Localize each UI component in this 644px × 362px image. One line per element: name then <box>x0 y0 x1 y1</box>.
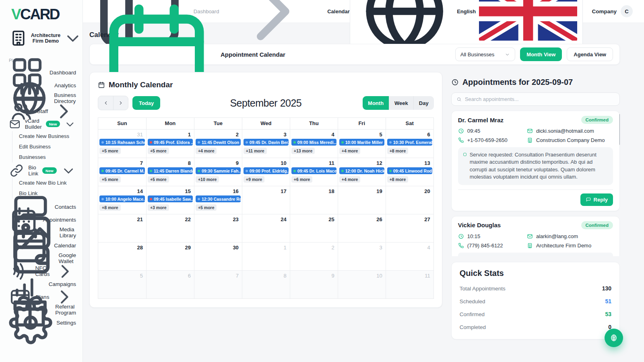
day-cell[interactable]: 610:30 Prof. Esmeral...+8 more <box>386 130 433 158</box>
event-chip[interactable]: 12:30 Cassandre Ro... <box>196 195 241 202</box>
day-cell[interactable]: 309:45 Dr. Davin Ber...+11 more <box>242 130 290 158</box>
day-cell[interactable]: 709:45 Dr. Carmel M...+5 more <box>98 158 146 186</box>
event-chip[interactable]: 10:00 Marilie Miller <box>339 139 384 146</box>
day-cell[interactable]: 3110:15 Rahsaan Schu...+5 more <box>98 130 146 158</box>
day-number: 6 <box>386 130 433 139</box>
day-cell[interactable]: 28 <box>98 243 146 270</box>
event-chip[interactable]: 11:45 Darren Blanda <box>148 167 193 174</box>
business-filter-select[interactable]: All Businesses <box>455 47 516 61</box>
view-day-button[interactable]: Day <box>413 96 434 110</box>
more-events-chip[interactable]: +5 more <box>148 148 169 154</box>
day-cell[interactable]: 26 <box>338 214 386 242</box>
sidebar-subitem-create-new-business[interactable]: Create New Business <box>19 131 83 142</box>
next-month-button[interactable] <box>113 96 128 110</box>
day-cell[interactable]: 4 <box>386 243 433 270</box>
event-chip[interactable]: 09:45 Dr. Carmel M... <box>99 167 145 174</box>
day-cell[interactable]: 19 <box>338 186 386 214</box>
brand-logo[interactable]: VCARD <box>0 6 83 23</box>
day-cell[interactable]: 1 <box>242 243 290 270</box>
day-cell[interactable]: 7 <box>194 271 242 298</box>
day-cell[interactable]: 211:45 Dewitt Olson+4 more <box>194 130 242 158</box>
day-cell[interactable]: 24 <box>242 214 290 242</box>
more-events-chip[interactable]: +5 more <box>99 148 121 154</box>
more-events-chip[interactable]: +4 more <box>339 176 361 183</box>
day-cell[interactable]: 11 <box>386 271 433 298</box>
prev-month-button[interactable] <box>98 96 113 110</box>
event-chip[interactable]: 10:30 Prof. Esmeral... <box>387 139 432 146</box>
more-events-chip[interactable]: +13 more <box>291 148 315 154</box>
event-chip[interactable]: 09:45 Dr. Davin Ber... <box>244 139 289 146</box>
event-chip[interactable]: 11:45 Dewitt Olson <box>196 139 241 146</box>
event-chip[interactable]: 10:00 Angelo Mace... <box>99 195 145 202</box>
event-chip[interactable]: 12:00 Dr. Noah Hick... <box>339 167 384 174</box>
assistant-fab[interactable] <box>605 329 623 347</box>
day-cell[interactable]: 27 <box>386 214 433 242</box>
day-cell[interactable]: 17 <box>242 186 290 214</box>
agenda-view-button[interactable]: Agenda View <box>567 47 613 61</box>
workspace-switcher[interactable]: Architecture Firm Demo <box>9 29 83 48</box>
more-events-chip[interactable]: +6 more <box>291 176 313 183</box>
day-cell[interactable]: 8 <box>242 271 290 298</box>
day-cell[interactable]: 3 <box>338 243 386 270</box>
day-cell[interactable]: 23 <box>194 214 242 242</box>
day-cell[interactable]: 20 <box>386 186 433 214</box>
day-cell[interactable]: 811:45 Darren Blanda+5 more <box>146 158 194 186</box>
sidebar-item-settings[interactable]: Settings <box>0 316 83 329</box>
view-month-button[interactable]: Month <box>363 96 389 110</box>
scrollbar-thumb[interactable] <box>619 114 620 145</box>
day-cell[interactable]: 25 <box>290 214 338 242</box>
more-events-chip[interactable]: +4 more <box>196 148 217 154</box>
event-chip[interactable]: 09:45 Isabelle Saw... <box>148 195 193 202</box>
day-cell[interactable]: 1509:45 Isabelle Saw...+3 more <box>146 186 194 214</box>
day-cell[interactable]: 10 <box>338 271 386 298</box>
today-button[interactable]: Today <box>132 96 160 110</box>
search-input[interactable] <box>465 96 615 102</box>
day-cell[interactable]: 109:45 Prof. Eldora ...+5 more <box>146 130 194 158</box>
more-events-chip[interactable]: +5 more <box>99 176 121 183</box>
day-cell[interactable]: 30 <box>194 243 242 270</box>
avatar[interactable]: C <box>621 5 633 17</box>
more-events-chip[interactable]: +4 more <box>339 148 361 154</box>
month-view-button[interactable]: Month View <box>520 47 562 61</box>
event-chip[interactable]: 09:45 Linwood Rod... <box>387 167 432 174</box>
day-cell[interactable]: 5 <box>98 271 146 298</box>
more-events-chip[interactable]: +3 more <box>148 204 169 211</box>
day-cell[interactable]: 6 <box>146 271 194 298</box>
view-switcher: MonthWeekDay <box>363 96 434 110</box>
day-cell[interactable]: 29 <box>146 243 194 270</box>
event-chip[interactable]: 10:15 Rahsaan Schu... <box>99 139 145 146</box>
day-cell[interactable]: 22 <box>146 214 194 242</box>
day-cell[interactable]: 409:00 Miss Meredi...+13 more <box>290 130 338 158</box>
day-cell[interactable]: 2 <box>290 243 338 270</box>
more-events-chip[interactable]: +11 more <box>244 148 267 154</box>
event-chip[interactable]: 09:45 Prof. Eldora ... <box>148 139 193 146</box>
more-events-chip[interactable]: +10 more <box>196 176 219 183</box>
more-events-chip[interactable]: +8 more <box>99 204 121 211</box>
day-cell[interactable]: 510:00 Marilie Miller+4 more <box>338 130 386 158</box>
event-chip[interactable]: 09:30 Sammie Fah... <box>196 167 241 174</box>
day-cell[interactable]: 21 <box>98 214 146 242</box>
event-chip[interactable]: 09:00 Miss Meredi... <box>291 139 336 146</box>
day-cell[interactable]: 909:30 Sammie Fah...+10 more <box>194 158 242 186</box>
day-cell[interactable]: 1309:45 Linwood Rod...+8 more <box>386 158 433 186</box>
day-cell[interactable]: 18 <box>290 186 338 214</box>
day-cell[interactable]: 1109:45 Dr. Lois Mace...+6 more <box>290 158 338 186</box>
sidebar-item-bio-link[interactable]: Bio LinkNew <box>0 164 83 177</box>
sidebar-item-vcard-builder[interactable]: vCard BuilderNew <box>0 117 83 130</box>
more-events-chip[interactable]: +5 more <box>148 176 169 183</box>
reply-button[interactable]: Reply <box>580 193 613 206</box>
more-events-chip[interactable]: +9 more <box>244 176 265 183</box>
day-cell[interactable]: 1212:00 Dr. Noah Hick...+4 more <box>338 158 386 186</box>
more-events-chip[interactable]: +5 more <box>196 204 217 211</box>
event-chip[interactable]: 09:45 Dr. Lois Mace... <box>291 167 336 174</box>
day-cell[interactable]: 1009:00 Prof. Eldridg...+9 more <box>242 158 290 186</box>
sidebar-subitem-edit-business[interactable]: Edit Business <box>19 142 83 152</box>
day-cell[interactable]: 9 <box>290 271 338 298</box>
event-chip[interactable]: 09:00 Prof. Eldridg... <box>244 167 289 174</box>
day-cell[interactable]: 1410:00 Angelo Mace...+8 more <box>98 186 146 214</box>
day-cell[interactable]: 1612:30 Cassandre Ro...+5 more <box>194 186 242 214</box>
more-events-chip[interactable]: +8 more <box>387 176 409 183</box>
more-events-chip[interactable]: +8 more <box>387 148 409 154</box>
view-week-button[interactable]: Week <box>389 96 413 110</box>
sidebar-subitem-businesses[interactable]: Businesses <box>19 152 83 162</box>
